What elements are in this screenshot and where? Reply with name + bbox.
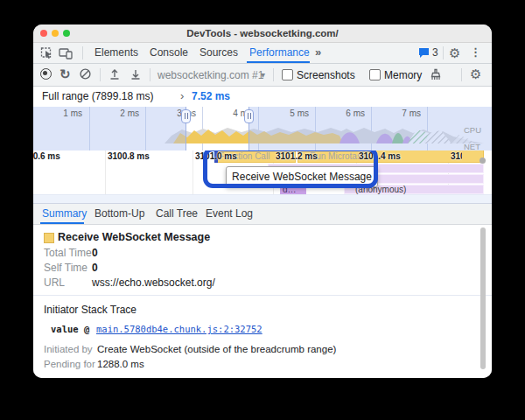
summary-scrollbar-thumb[interactable]: [480, 228, 486, 369]
summary-pane: Receive WebSocket Message Total Time 0 S…: [33, 225, 492, 378]
summary-row-value: 0: [92, 247, 98, 259]
flame-scrollbar-thumb[interactable]: [480, 158, 486, 164]
overview-tick-label: 5 ms: [258, 108, 309, 118]
chevron-down-icon[interactable]: ▾: [261, 64, 265, 86]
screenshots-label[interactable]: Screenshots: [297, 64, 355, 86]
timeline-overview[interactable]: 1 ms 2 ms 3 ms 4 ms 5 ms 6 ms 7 ms CPU N…: [33, 107, 492, 151]
tab-elements[interactable]: Elements: [94, 43, 138, 63]
breadcrumb-full-range[interactable]: Full range (7899.18 ms): [42, 87, 153, 107]
pending-for-value: 1288.0 ms: [97, 359, 144, 369]
divider: [82, 46, 83, 60]
issues-message-icon[interactable]: [418, 47, 430, 59]
summary-row-value: 0: [92, 262, 98, 274]
initiated-by-value: Create WebSocket (outside of the breadcr…: [97, 344, 336, 354]
performance-toolbar: ↻ websocketking.com #1 ▾ Screenshots Mem…: [33, 64, 492, 87]
breadcrumb-selection[interactable]: 7.52 ms: [192, 87, 230, 107]
collect-garbage-icon[interactable]: [429, 68, 443, 81]
cpu-row-label: CPU: [464, 125, 481, 135]
flame-ruler-label: 3100.8 ms: [108, 151, 150, 161]
divider: [273, 68, 274, 81]
overview-tick-label: 7 ms: [370, 108, 421, 118]
initiated-by-label: Initiated by: [44, 344, 93, 354]
summary-row-value: wss://echo.websocket.org/: [92, 276, 215, 289]
memory-label[interactable]: Memory: [384, 64, 422, 86]
screenshots-checkbox[interactable]: [282, 69, 293, 80]
divider: [443, 46, 444, 60]
tab-console[interactable]: Console: [150, 43, 188, 63]
stack-trace-title: Initiator Stack Trace: [44, 304, 136, 316]
clear-icon[interactable]: [80, 68, 91, 80]
breadcrumb-chevron-icon: ›: [180, 87, 184, 107]
overview-tick-label: 1 ms: [33, 108, 82, 118]
tab-bottom-up[interactable]: Bottom-Up: [94, 204, 144, 224]
annotation-highlight-box: [203, 150, 378, 188]
issues-count[interactable]: 3: [432, 43, 438, 63]
pending-for-label: Pending for: [44, 359, 95, 369]
main-tab-bar: Elements Console Sources Performance » 3…: [33, 43, 492, 64]
divider: [150, 68, 150, 81]
active-detail-tab-underline: [40, 222, 84, 224]
divider: [33, 295, 492, 296]
summary-row-label: URL: [44, 276, 65, 289]
selection-handle-left[interactable]: [181, 109, 191, 123]
flame-ruler-label: 3100.6 ms: [33, 151, 60, 161]
screenshot-stage: DevTools - websocketking.com/ Elements C…: [0, 0, 525, 420]
reload-and-record-icon[interactable]: ↻: [60, 64, 71, 86]
grid-line: [105, 150, 106, 194]
selection-handle-right[interactable]: [244, 109, 254, 123]
grid-line: [192, 150, 193, 194]
load-profile-icon[interactable]: [108, 68, 121, 80]
tab-event-log[interactable]: Event Log: [206, 204, 253, 224]
stack-frame-link[interactable]: main.5780db4e.chunk.js:2:32752: [96, 324, 262, 334]
kebab-menu-icon[interactable]: ⋮: [470, 43, 481, 63]
memory-checkbox[interactable]: [369, 69, 381, 80]
divider: [461, 68, 462, 81]
tab-performance[interactable]: Performance: [249, 43, 310, 63]
divider: [100, 68, 101, 81]
breadcrumb: Full range (7899.18 ms) › 7.52 ms: [33, 87, 492, 108]
summary-title: Receive WebSocket Message: [58, 231, 210, 243]
tab-sources[interactable]: Sources: [200, 43, 238, 63]
tab-call-tree[interactable]: Call Tree: [156, 204, 198, 224]
devtools-window: DevTools - websocketking.com/ Elements C…: [33, 24, 492, 378]
flame-ruler-label: 3101.6 ms: [451, 151, 462, 161]
summary-row-label: Self Time: [44, 262, 88, 274]
more-tabs-icon[interactable]: »: [315, 43, 321, 63]
titlebar: DevTools - websocketking.com/: [33, 24, 492, 43]
summary-row-label: Total Time: [44, 247, 92, 259]
profile-select[interactable]: websocketking.com #1: [158, 64, 263, 86]
tab-summary[interactable]: Summary: [42, 204, 87, 224]
stack-frame-fn: value @: [51, 324, 89, 334]
overview-tick-label: 2 ms: [88, 108, 139, 118]
capture-settings-gear-icon[interactable]: ⚙: [470, 64, 481, 86]
record-button[interactable]: [40, 68, 52, 80]
active-tab-underline: [247, 61, 310, 63]
toggle-device-toolbar-icon[interactable]: [59, 46, 74, 60]
overview-tick-label: 6 ms: [314, 108, 365, 118]
event-color-swatch: [44, 233, 54, 243]
window-title: DevTools - websocketking.com/: [33, 24, 492, 42]
detail-tab-bar: Summary Bottom-Up Call Tree Event Log: [33, 203, 492, 225]
save-profile-icon[interactable]: [130, 68, 142, 80]
settings-gear-icon[interactable]: ⚙: [449, 43, 460, 63]
inspect-element-icon[interactable]: [40, 46, 53, 60]
